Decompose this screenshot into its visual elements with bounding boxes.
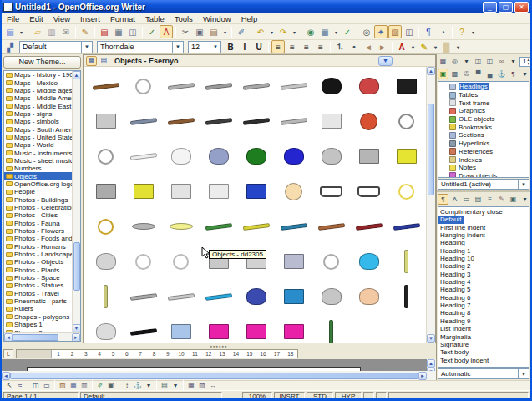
navigator-tree-item[interactable]: Notes xyxy=(438,164,529,172)
scroll-down-icon[interactable]: ▼ xyxy=(427,334,435,343)
stylist-toggle-button[interactable]: ▞ xyxy=(3,40,17,53)
theme-list-item[interactable]: Maps - simbols xyxy=(4,118,72,125)
style-list-item[interactable]: List Indent xyxy=(438,325,529,332)
selection-mode-status[interactable]: STD xyxy=(307,392,333,400)
navigator-tree-item[interactable]: Bookmarks xyxy=(438,123,529,131)
export-pdf-button[interactable]: ▤ xyxy=(98,25,111,38)
theme-list-item[interactable]: Maps - Middle ages xyxy=(4,87,72,94)
autoformat-check-button[interactable]: ✓ xyxy=(341,25,354,38)
wrap-icon[interactable]: ▤ xyxy=(160,381,170,390)
theme-list-item[interactable]: Music - instruments xyxy=(4,149,72,156)
combo-dropdown-icon[interactable]: ▼ xyxy=(172,42,183,53)
font-color-button[interactable]: A xyxy=(395,40,408,53)
scroll-up-icon[interactable]: ▲ xyxy=(73,71,81,79)
theme-list-item[interactable]: Photos - Space xyxy=(4,274,72,282)
style-list-item[interactable]: Heading 1 xyxy=(438,247,529,255)
salami[interactable] xyxy=(124,139,162,174)
previous-page-button[interactable]: ◫ xyxy=(473,56,484,67)
background-dropdown[interactable]: ▾ xyxy=(454,40,462,53)
gallery-button[interactable]: ▨ xyxy=(388,25,402,38)
pink-book[interactable] xyxy=(200,314,237,343)
red-button[interactable] xyxy=(350,104,388,139)
white-button[interactable] xyxy=(388,104,425,139)
spellcheck-button[interactable]: ✓ xyxy=(145,25,159,38)
theme-list-item[interactable]: Photos - Humans xyxy=(4,243,72,251)
blue-skirt[interactable] xyxy=(350,244,388,279)
theme-list-item[interactable]: Photos - Flowers xyxy=(4,227,72,235)
combo-dropdown-icon[interactable]: ▼ xyxy=(81,42,92,53)
navigator-tree-item[interactable]: Sections xyxy=(438,131,529,140)
insert-mode-status[interactable]: INSRT xyxy=(274,392,305,400)
underline-button[interactable]: U xyxy=(252,40,266,53)
page-status[interactable]: Page 1 / 1 xyxy=(3,392,79,400)
menu-item[interactable]: File xyxy=(2,13,24,23)
menu-item[interactable]: Tools xyxy=(170,13,198,23)
italic-button[interactable]: I xyxy=(238,40,251,53)
zoom-status[interactable]: 100% xyxy=(242,392,272,400)
video-cassette[interactable] xyxy=(388,69,425,104)
frame-styles-button[interactable]: ▭ xyxy=(461,194,472,205)
wrap-dropdown[interactable]: ▾ xyxy=(170,381,180,390)
white-bowl[interactable] xyxy=(162,139,200,174)
navigator-tree-item[interactable]: Tables xyxy=(438,91,529,99)
hyperlink-button[interactable]: ◉ xyxy=(304,25,317,38)
beach-ball[interactable] xyxy=(275,174,312,209)
page-preview-button[interactable]: ◫ xyxy=(126,25,139,38)
spinner-arrows-icon[interactable]: ▲▼ xyxy=(526,58,530,66)
gallery-vscrollbar[interactable]: ▲ ▼ xyxy=(426,67,435,343)
metal-shapes[interactable] xyxy=(87,314,124,343)
minimize-button[interactable]: _ xyxy=(483,2,497,13)
snowman-with-cap[interactable] xyxy=(162,244,200,279)
carving-knife[interactable] xyxy=(200,104,237,139)
new-document-button[interactable]: ▤ xyxy=(3,25,17,38)
new-style-dropdown[interactable]: ▾ xyxy=(519,194,530,205)
theme-list-item[interactable]: Maps - history - 1900 xyxy=(4,71,72,79)
increase-indent-button[interactable]: ► xyxy=(376,40,389,53)
scroll-thumb[interactable] xyxy=(10,373,418,379)
menu-item[interactable]: Insert xyxy=(75,13,105,23)
new-style-button[interactable]: ▣ xyxy=(508,194,519,205)
undo-button[interactable]: ↶ xyxy=(254,25,267,38)
style-list-item[interactable]: Text body indent xyxy=(438,357,529,364)
theme-list-item[interactable]: Photos - Objects xyxy=(4,258,72,266)
content-view-button[interactable]: ▩ xyxy=(449,69,460,79)
drag-mode-button[interactable]: ∞ xyxy=(496,56,507,67)
menu-item[interactable]: View xyxy=(48,13,75,23)
copy-button[interactable]: ▣ xyxy=(193,25,206,38)
guitar[interactable] xyxy=(87,69,124,104)
scroll-left-icon[interactable]: ◄ xyxy=(2,372,10,380)
font-name-combo[interactable]: Thorndale ▼ xyxy=(97,41,184,53)
list-box-button[interactable]: ▣ xyxy=(438,69,448,79)
anchor-dropdown[interactable]: ▾ xyxy=(144,381,154,390)
combo-dropdown-icon[interactable]: ▼ xyxy=(210,42,220,53)
pink-book-3[interactable] xyxy=(275,314,312,343)
green-boot[interactable] xyxy=(237,139,275,174)
style-list-item[interactable]: Heading xyxy=(438,239,529,246)
theme-list-item[interactable]: Photos - Plants xyxy=(4,266,72,274)
align-left-button[interactable]: ≡ xyxy=(271,40,285,53)
tab-selector-icon[interactable]: L xyxy=(3,349,13,358)
theme-list-item[interactable]: Maps - United States of Amer xyxy=(4,134,72,141)
scroll-left-icon[interactable]: ◄ xyxy=(4,333,13,342)
style-list-item[interactable]: Heading 9 xyxy=(438,317,529,325)
redo-button[interactable]: ↷ xyxy=(276,25,290,38)
page-styles-button[interactable]: ▤ xyxy=(473,194,484,205)
document-selector-combo[interactable]: Untitled1 (active) ▼ xyxy=(438,179,529,190)
theme-list-item[interactable]: Maps - signs xyxy=(4,110,72,118)
yellow-pencil[interactable] xyxy=(237,209,275,244)
theme-list-item[interactable]: Maps - Middle East xyxy=(4,102,72,109)
detail-view-button[interactable]: ▤ xyxy=(99,56,109,66)
help-button[interactable]: ? xyxy=(455,25,469,38)
yellow-plate[interactable] xyxy=(162,209,200,244)
theme-list-item[interactable]: Pneumatic - parts xyxy=(4,297,72,305)
house[interactable] xyxy=(312,279,350,314)
gray-plate[interactable] xyxy=(124,209,162,244)
theme-list-item[interactable]: Objects xyxy=(4,172,72,180)
paste-dropdown[interactable]: ▾ xyxy=(221,25,229,38)
footer-button[interactable]: ▄ xyxy=(484,69,495,79)
anchor-text-button[interactable]: ⚓ xyxy=(496,69,507,79)
select-icon[interactable]: ↖ xyxy=(4,381,14,390)
form-functions-icon[interactable]: ▣ xyxy=(106,381,116,390)
theme-list-item[interactable]: Photos - Landscapes xyxy=(4,251,72,258)
style-list-item[interactable]: Heading 3 xyxy=(438,271,529,278)
